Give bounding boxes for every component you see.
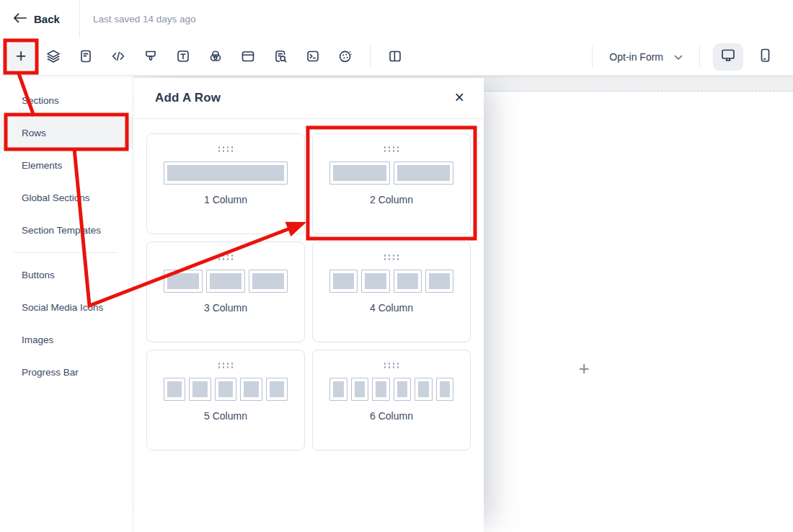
sidebar-item-sections[interactable]: Sections (0, 84, 133, 117)
row-option-label: 3 Column (204, 302, 247, 314)
row-option-2-column[interactable]: 2 Column (312, 133, 471, 234)
monitor-icon (719, 47, 737, 66)
sidebar-item-label: Buttons (22, 270, 55, 280)
mobile-view-button[interactable] (750, 43, 780, 71)
sidebar-item-elements[interactable]: Elements (0, 149, 133, 182)
add-row-panel: Add A Row × 1 Column 2 Column 3 Column (134, 78, 484, 532)
column-preview (329, 270, 453, 293)
drag-dots-icon (218, 146, 234, 152)
layers-icon[interactable] (45, 48, 61, 64)
topbar-divider (79, 0, 80, 37)
panel-header: Add A Row × (134, 78, 484, 119)
sidebar-divider (13, 252, 117, 253)
column-preview (164, 378, 288, 401)
sidebar-item-label: Progress Bar (22, 367, 79, 378)
row-option-6-column[interactable]: 6 Column (312, 350, 471, 451)
page-selector-label: Opt-in Form (609, 51, 663, 63)
brush-icon[interactable] (143, 48, 159, 64)
phone-icon (757, 47, 773, 66)
row-option-1-column[interactable]: 1 Column (146, 133, 305, 234)
drag-dots-icon (384, 363, 399, 368)
document-icon[interactable] (78, 48, 94, 64)
sidebar-item-label: Global Sections (22, 192, 90, 203)
sidebar-item-label: Images (22, 334, 53, 345)
sidebar-item-images[interactable]: Images (0, 324, 133, 356)
cookie-icon[interactable] (337, 48, 353, 64)
sidebar-item-label: Section Templates (22, 225, 101, 236)
terminal-icon[interactable] (305, 48, 321, 64)
page-search-icon[interactable] (273, 48, 288, 64)
code-icon[interactable] (110, 48, 126, 64)
row-option-label: 1 Column (204, 194, 247, 205)
toolbar-left-group: + (0, 43, 403, 70)
sidebar-item-label: Social Media Icons (22, 302, 103, 313)
sidebar-item-label: Sections (22, 95, 59, 106)
top-bar: Back Last saved 14 days ago (0, 0, 793, 37)
save-status: Last saved 14 days ago (93, 0, 196, 37)
sidebar-item-rows[interactable]: Rows (0, 117, 133, 149)
row-option-3-column[interactable]: 3 Column (146, 241, 305, 342)
drag-dots-icon (218, 363, 234, 368)
close-icon[interactable]: × (453, 88, 466, 107)
sidebar-item-label: Rows (22, 128, 46, 138)
sidebar-item-global-sections[interactable]: Global Sections (0, 182, 133, 214)
drag-dots-icon (384, 146, 399, 152)
sidebar-item-progress-bar[interactable]: Progress Bar (0, 356, 133, 389)
canvas-add-row-button[interactable]: + (574, 358, 594, 378)
toolbar-icons (45, 45, 403, 67)
chevron-down-icon (674, 50, 683, 63)
sidebar-item-section-templates[interactable]: Section Templates (0, 214, 133, 247)
row-option-5-column[interactable]: 5 Column (146, 350, 305, 451)
column-preview (329, 378, 453, 401)
row-option-label: 5 Column (204, 410, 247, 422)
row-options-grid: 1 Column 2 Column 3 Column 4 Column 5 Co (134, 119, 484, 465)
sidebar-item-buttons[interactable]: Buttons (0, 259, 133, 291)
device-toggle-group (700, 43, 793, 71)
editor-toolbar: + (0, 37, 793, 76)
plus-icon: + (16, 47, 27, 65)
column-preview (164, 161, 288, 185)
builder-sidebar: Sections Rows Elements Global Sections S… (0, 76, 133, 532)
back-label: Back (34, 13, 60, 25)
desktop-view-button[interactable] (713, 43, 743, 71)
page-builder: Back Last saved 14 days ago + (0, 0, 793, 532)
back-arrow-icon (13, 12, 27, 26)
drag-dots-icon (218, 254, 234, 260)
add-button[interactable]: + (7, 43, 35, 70)
color-circles-icon[interactable] (208, 48, 223, 64)
panel-title: Add A Row (155, 91, 221, 105)
column-preview (329, 161, 453, 185)
toolbar-right-group: Opt-in Form (592, 37, 793, 76)
sidebar-item-label: Elements (22, 160, 62, 171)
row-option-4-column[interactable]: 4 Column (312, 241, 471, 342)
row-option-label: 6 Column (370, 410, 413, 422)
plus-canvas-icon: + (578, 358, 589, 380)
back-button[interactable]: Back (13, 0, 60, 37)
drag-dots-icon (384, 254, 399, 260)
split-columns-icon[interactable] (387, 48, 403, 64)
toolbar-divider (370, 45, 371, 67)
page-selector[interactable]: Opt-in Form (593, 37, 699, 76)
column-preview (164, 270, 288, 293)
sidebar-item-social-media-icons[interactable]: Social Media Icons (0, 291, 133, 324)
row-option-label: 4 Column (370, 302, 413, 314)
row-option-label: 2 Column (370, 194, 413, 205)
typography-icon[interactable] (175, 48, 191, 64)
window-icon[interactable] (240, 48, 256, 64)
